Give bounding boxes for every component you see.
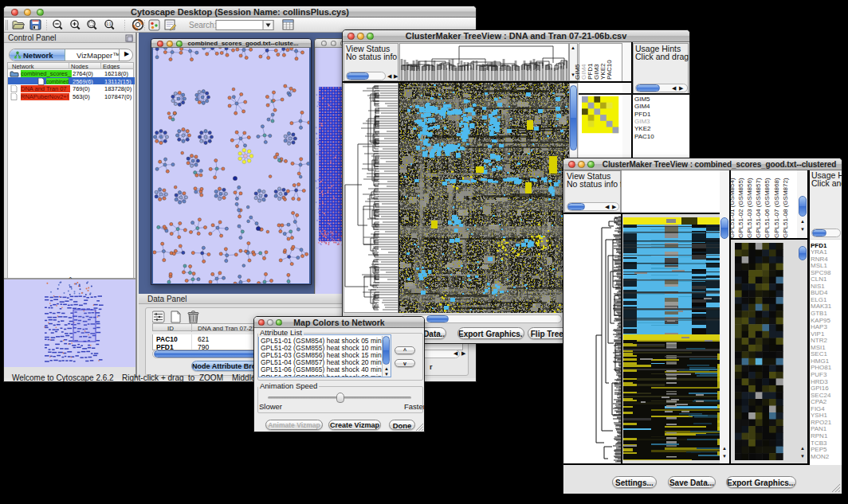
svg-text:Search:: Search: [189, 21, 216, 29]
svg-text:1:1: 1:1 [106, 22, 112, 26]
